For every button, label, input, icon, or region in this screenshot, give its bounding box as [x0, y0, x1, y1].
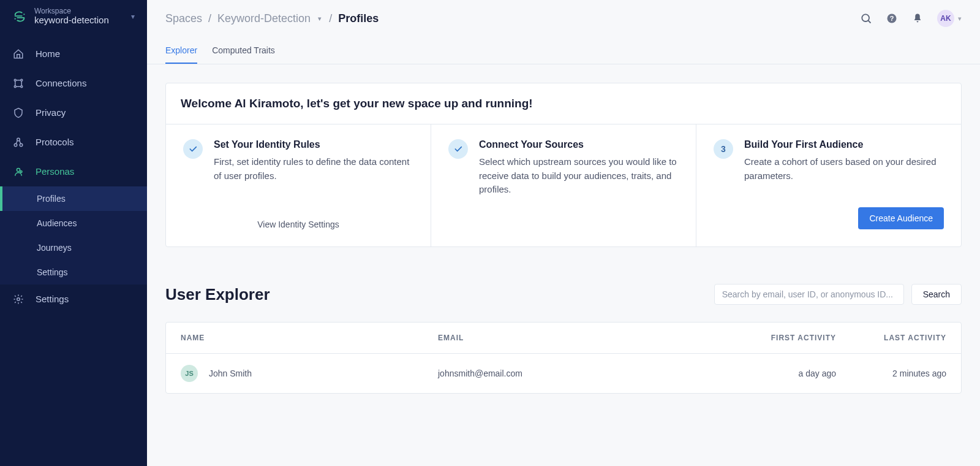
check-icon: [183, 139, 203, 159]
tabs: Explorer Computed Traits: [165, 40, 962, 64]
sidebar-item-personas[interactable]: Personas: [0, 157, 147, 186]
svg-point-7: [21, 85, 23, 87]
workspace-text: Workspace keyword-detection: [34, 7, 124, 26]
col-header-name: NAME: [181, 334, 438, 342]
main: Spaces / Keyword-Detection ▾ / Profiles …: [147, 0, 980, 466]
personas-icon: [12, 166, 24, 178]
primary-nav: Home Connections Privacy Protocols: [0, 34, 147, 314]
subnav-item-profiles[interactable]: Profiles: [0, 186, 147, 211]
tab-explorer[interactable]: Explorer: [165, 40, 197, 64]
search-row: Search: [714, 284, 962, 305]
check-icon: [448, 139, 468, 159]
first-activity: a day ago: [726, 369, 836, 378]
svg-point-13: [14, 143, 17, 147]
breadcrumb-spaces[interactable]: Spaces: [165, 12, 202, 25]
setup-step-audience: 3 Build Your First Audience Create a coh…: [696, 124, 961, 246]
breadcrumb-sep: /: [208, 12, 211, 25]
col-header-first: FIRST ACTIVITY: [726, 334, 836, 342]
user-search-input[interactable]: [714, 284, 904, 305]
table-row[interactable]: JS John Smith johnsmith@email.com a day …: [166, 354, 961, 393]
sidebar-item-label: Privacy: [36, 107, 66, 118]
sidebar-item-label: Settings: [36, 294, 69, 304]
search-button[interactable]: Search: [911, 284, 962, 305]
sidebar-item-connections[interactable]: Connections: [0, 69, 147, 98]
step-number: 3: [721, 144, 726, 154]
last-activity: 2 minutes ago: [836, 369, 946, 378]
table-header: NAME EMAIL FIRST ACTIVITY LAST ACTIVITY: [166, 323, 961, 354]
create-audience-button[interactable]: Create Audience: [858, 207, 944, 229]
tab-label: Explorer: [165, 45, 197, 55]
user-menu[interactable]: AK ▾: [937, 10, 962, 27]
chevron-down-icon[interactable]: ▾: [317, 15, 323, 23]
svg-text:?: ?: [890, 15, 894, 22]
sidebar-item-label: Protocols: [36, 137, 74, 147]
user-explorer-title: User Explorer: [165, 285, 714, 304]
svg-line-21: [869, 21, 871, 23]
bell-icon[interactable]: [911, 12, 924, 25]
svg-point-2: [23, 13, 24, 15]
sidebar-item-home[interactable]: Home: [0, 39, 147, 69]
sidebar-item-privacy[interactable]: Privacy: [0, 98, 147, 128]
welcome-title: Welcome Al Kiramoto, let's get your new …: [166, 83, 961, 124]
svg-point-3: [15, 18, 16, 19]
chevron-down-icon: ▾: [958, 15, 962, 23]
home-icon: [12, 48, 24, 60]
breadcrumb-sep: /: [329, 12, 332, 25]
step-desc: First, set identity rules to define the …: [214, 155, 413, 183]
svg-point-18: [20, 170, 22, 172]
breadcrumb-space[interactable]: Keyword-Detection: [217, 12, 311, 25]
segment-logo-icon: [12, 9, 27, 24]
welcome-card: Welcome Al Kiramoto, let's get your new …: [165, 83, 962, 247]
svg-point-6: [14, 85, 16, 87]
subnav-label: Journeys: [37, 243, 72, 253]
help-icon[interactable]: ?: [886, 12, 898, 25]
svg-point-17: [17, 168, 20, 171]
user-initials: JS: [185, 370, 193, 377]
step-title: Build Your First Audience: [744, 139, 944, 150]
subnav-item-audiences[interactable]: Audiences: [0, 211, 147, 235]
setup-step-sources: Connect Your Sources Select which upstre…: [431, 124, 696, 246]
svg-line-15: [16, 140, 17, 143]
step-title: Connect Your Sources: [479, 139, 679, 150]
users-table: NAME EMAIL FIRST ACTIVITY LAST ACTIVITY …: [165, 322, 962, 394]
tab-computed-traits[interactable]: Computed Traits: [212, 40, 275, 64]
header: Spaces / Keyword-Detection ▾ / Profiles …: [147, 0, 980, 64]
svg-point-4: [14, 79, 16, 81]
personas-subnav: Profiles Audiences Journeys Settings: [0, 186, 147, 285]
user-initials-badge: JS: [181, 365, 198, 382]
header-actions: ? AK ▾: [860, 10, 962, 27]
col-header-email: EMAIL: [438, 334, 726, 342]
sidebar-item-protocols[interactable]: Protocols: [0, 128, 147, 157]
chevron-down-icon: ▾: [131, 12, 135, 21]
step-desc: Select which upstream sources you would …: [479, 155, 679, 197]
step-number-badge: 3: [714, 139, 733, 159]
view-identity-settings-button[interactable]: View Identity Settings: [257, 220, 339, 229]
user-email: johnsmith@email.com: [438, 369, 726, 378]
tab-label: Computed Traits: [212, 45, 275, 55]
protocols-icon: [12, 136, 24, 148]
sidebar-item-label: Home: [36, 48, 60, 59]
gear-icon: [12, 293, 24, 305]
svg-line-16: [20, 140, 21, 143]
subnav-label: Settings: [37, 267, 68, 277]
col-header-last: LAST ACTIVITY: [836, 334, 946, 342]
breadcrumb-current: Profiles: [338, 12, 379, 25]
subnav-label: Profiles: [37, 194, 66, 204]
setup-steps: Set Your Identity Rules First, set ident…: [166, 124, 961, 246]
breadcrumb: Spaces / Keyword-Detection ▾ / Profiles: [165, 12, 379, 25]
sidebar-item-label: Connections: [36, 78, 86, 88]
sidebar-item-label: Personas: [36, 166, 74, 177]
avatar: AK: [937, 10, 954, 27]
user-name: John Smith: [209, 369, 252, 378]
content: Welcome Al Kiramoto, let's get your new …: [147, 64, 980, 412]
step-desc: Create a cohort of users based on your d…: [744, 155, 944, 183]
svg-point-5: [21, 79, 23, 81]
avatar-initials: AK: [940, 14, 951, 23]
subnav-item-settings[interactable]: Settings: [0, 260, 147, 285]
workspace-name: keyword-detection: [34, 15, 124, 26]
search-icon[interactable]: [860, 12, 872, 25]
workspace-switcher[interactable]: Workspace keyword-detection ▾: [0, 0, 147, 34]
setup-step-identity: Set Your Identity Rules First, set ident…: [166, 124, 431, 246]
sidebar-item-settings[interactable]: Settings: [0, 285, 147, 314]
subnav-item-journeys[interactable]: Journeys: [0, 235, 147, 260]
